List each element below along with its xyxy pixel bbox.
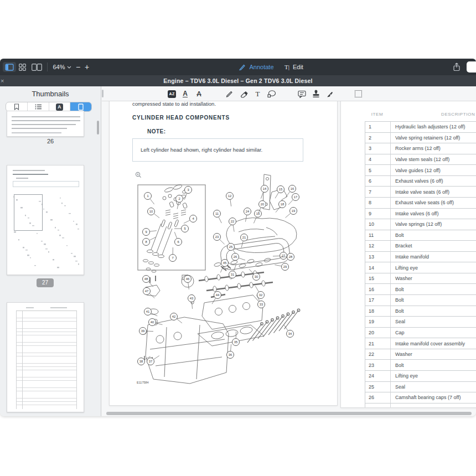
table-row: 23Bolt [365, 360, 476, 371]
table-cell-item: 7 [365, 189, 390, 195]
svg-text:11: 11 [215, 212, 219, 215]
highlight-tool-button[interactable]: AZ [167, 89, 177, 99]
table-row: 15Washer [365, 273, 476, 284]
svg-text:21: 21 [242, 236, 246, 239]
document-tab-bar[interactable]: × Engine – TDV6 3.0L Diesel – Gen 2 TDV6… [0, 75, 476, 86]
table-cell-item: 11 [365, 232, 390, 238]
table-cell-description: Camshaft bearing caps (7 off) [390, 392, 476, 403]
svg-text:23: 23 [215, 235, 219, 239]
table-row [365, 403, 476, 408]
engine-exploded-diagram: 1234567891011121314151617181920212223242… [133, 167, 316, 394]
outline-list-icon [35, 104, 42, 110]
document-tab-title: Engine – TDV6 3.0L Diesel – Gen 2 TDV6 3… [0, 75, 476, 86]
thumbnail-grid-button[interactable] [17, 59, 27, 75]
table-cell-description: Valve spring retainers (12 off) [390, 133, 476, 143]
thumbnail-page-28[interactable] [7, 302, 84, 412]
page-number-27-badge: 27 [37, 278, 54, 287]
table-cell-item: 14 [365, 265, 390, 271]
table-cell-description: Washer [390, 349, 476, 360]
svg-text:26: 26 [234, 255, 237, 258]
svg-text:1: 1 [147, 194, 148, 198]
shapes-tool-button[interactable] [266, 89, 277, 99]
table-cell-item: 13 [365, 254, 390, 260]
note-tool-button[interactable] [297, 89, 307, 99]
note-box: Left cylinder head shown, right cylinder… [132, 138, 303, 162]
section-heading: CYLINDER HEAD COMPONENTS [132, 115, 230, 121]
table-cell-item: 12 [365, 243, 390, 249]
horizontal-scrollbar[interactable] [106, 412, 472, 415]
table-cell-description: Lifting eye [390, 371, 476, 381]
head-bolts-art [247, 309, 300, 343]
table-cell-description: Rocker arms (12 off) [390, 143, 476, 154]
table-row: 7Intake valve seats (6 off) [365, 187, 476, 198]
sidebar-toggle-button[interactable] [4, 59, 14, 75]
note-icon [298, 90, 306, 98]
sidebar-resize-handle[interactable] [102, 90, 104, 97]
svg-text:8: 8 [145, 240, 147, 244]
table-row: 25Seal [365, 382, 476, 393]
svg-text:10: 10 [149, 210, 153, 213]
table-row: 16Bolt [365, 284, 476, 295]
select-tool-button[interactable] [353, 89, 364, 99]
highlight-icon: AZ [168, 90, 176, 98]
svg-text:43: 43 [190, 297, 193, 300]
table-cell-item: 6 [365, 178, 390, 184]
table-cell-description: Bracket [390, 241, 476, 251]
svg-text:34: 34 [288, 332, 292, 335]
sidebar-scrollbar[interactable] [97, 121, 99, 134]
annotate-pen-icon [239, 64, 246, 71]
signature-tool-button[interactable] [325, 89, 335, 99]
table-cell-description: Exhaust valve seats (6 off) [390, 198, 476, 208]
svg-text:38: 38 [139, 360, 143, 363]
bookmarks-tab[interactable] [6, 102, 28, 111]
table-cell-description: Intake valves (6 off) [390, 209, 476, 219]
zoom-level-dropdown[interactable]: 64% [51, 59, 73, 75]
table-cell-description: Cap [390, 328, 476, 338]
table-row: 18Bolt [365, 306, 476, 317]
thumbnail-page-26[interactable] [7, 111, 84, 137]
annotate-tab[interactable]: Annotate [237, 59, 276, 75]
table-cell-description: Intake manifold [390, 252, 476, 262]
svg-text:48: 48 [144, 277, 148, 281]
table-cell-item: 5 [365, 168, 390, 173]
page-icon [78, 104, 84, 111]
strikethrough-tool-button[interactable]: A [194, 89, 204, 99]
eraser-icon [240, 90, 248, 98]
annotate-label: Annotate [249, 64, 273, 70]
share-button[interactable] [452, 59, 462, 75]
edit-tab[interactable]: T| Edit [281, 59, 307, 75]
outline-tab[interactable] [28, 102, 49, 111]
svg-text:40: 40 [151, 320, 154, 324]
document-viewport[interactable]: compressed state to aid installation. CY… [102, 101, 476, 416]
parts-table-body: 1Hydraulic lash adjusters (12 off)2Valve… [365, 121, 476, 408]
svg-text:44: 44 [216, 293, 220, 297]
zoom-in-button[interactable]: + [83, 59, 91, 75]
svg-text:6: 6 [177, 240, 179, 244]
table-cell-description: Seal [390, 382, 476, 392]
underline-tool-button[interactable]: A [180, 89, 190, 99]
table-row: 3Rocker arms (12 off) [365, 143, 476, 154]
two-page-view-button[interactable] [30, 59, 43, 75]
table-cell-description: Intake valve seats (6 off) [390, 187, 476, 197]
table-row: 5Valve guides (12 off) [365, 165, 476, 176]
table-row: 26Camshaft bearing caps (7 off) [365, 392, 476, 403]
close-tab-icon[interactable]: × [0, 75, 6, 86]
svg-text:16: 16 [291, 187, 294, 190]
table-row: 2Valve spring retainers (12 off) [365, 133, 476, 144]
svg-text:7: 7 [172, 256, 173, 260]
text-tool-button[interactable]: T [252, 89, 263, 99]
pages-tab[interactable] [70, 102, 91, 111]
strikethrough-icon: A [196, 90, 201, 98]
annotations-tab[interactable]: A [49, 102, 71, 111]
thumbnail-page-27[interactable] [7, 165, 84, 275]
svg-text:20: 20 [261, 203, 264, 206]
search-input[interactable] [467, 61, 476, 73]
table-cell-item: 8 [365, 200, 390, 205]
stamp-tool-button[interactable] [311, 89, 321, 99]
pencil-tool-button[interactable] [224, 89, 235, 99]
eraser-tool-button[interactable] [239, 89, 249, 99]
annotations-a-icon: A [56, 104, 63, 111]
table-row: 1Hydraulic lash adjusters (12 off) [365, 122, 476, 133]
table-cell-item: 21 [365, 341, 390, 346]
zoom-out-button[interactable]: − [74, 59, 82, 75]
